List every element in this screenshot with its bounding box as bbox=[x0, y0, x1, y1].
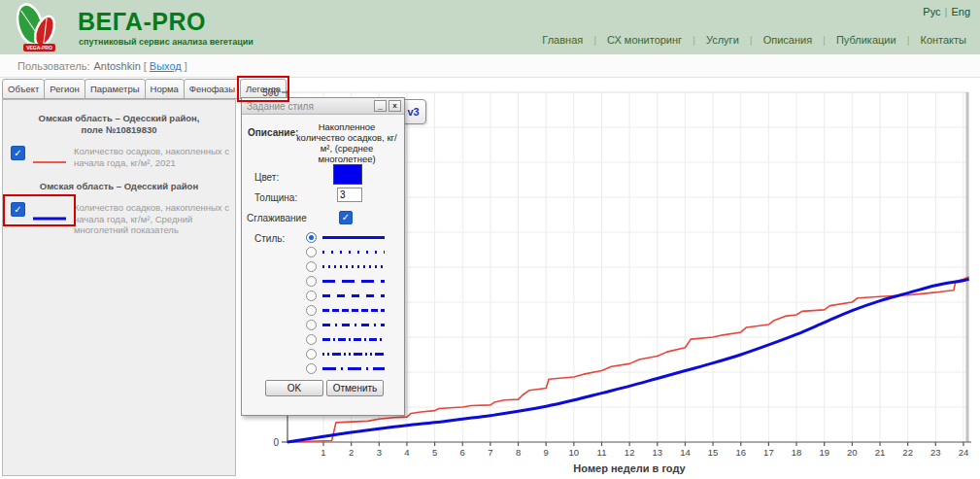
radio[interactable] bbox=[306, 276, 317, 287]
legend-group-title: Омская область – Одесский район bbox=[15, 181, 223, 192]
ok-button[interactable]: OK bbox=[265, 380, 323, 396]
x-axis-title: Номер недели в году bbox=[573, 462, 686, 474]
x-tick-label: 3 bbox=[377, 447, 382, 458]
legend-line-sample bbox=[33, 208, 66, 225]
line-style-option-2[interactable] bbox=[306, 245, 386, 259]
x-tick-label: 18 bbox=[792, 447, 802, 458]
nav-item-2[interactable]: СХ мониторинг bbox=[607, 34, 682, 46]
legend-panel: Омская область – Одесский район,поле №10… bbox=[2, 99, 236, 476]
style-options-list bbox=[306, 230, 386, 376]
y-tick-label: 0 bbox=[273, 437, 279, 448]
line-style-option-6[interactable] bbox=[306, 303, 386, 318]
lang-rus-link[interactable]: Рус bbox=[923, 6, 940, 17]
legend-item-label: Количество осадков, накопленных с начала… bbox=[74, 146, 229, 168]
x-tick-label: 19 bbox=[819, 447, 829, 458]
legend-item: ✓Количество осадков, накопленных с начал… bbox=[11, 146, 229, 169]
cancel-button[interactable]: Отменить bbox=[326, 380, 384, 396]
legend-item-checkbox[interactable]: ✓ bbox=[11, 146, 25, 160]
line-style-option-8[interactable] bbox=[306, 332, 386, 347]
description-label: Описание: bbox=[248, 127, 298, 138]
line-style-option-1[interactable] bbox=[306, 230, 386, 245]
thickness-input[interactable] bbox=[337, 188, 362, 202]
logo-ribbon-label: VEGA-PRO bbox=[26, 45, 52, 51]
app-subtitle: спутниковый сервис анализа вегетации bbox=[79, 37, 253, 47]
legend-item-checkbox[interactable]: ✓ bbox=[11, 202, 25, 217]
user-label: Пользователь: bbox=[17, 60, 89, 72]
tab-фенофазы[interactable]: Фенофазы bbox=[184, 79, 241, 99]
style-label: Стиль: bbox=[254, 233, 285, 244]
radio[interactable] bbox=[306, 320, 317, 330]
nav-item-1[interactable]: Главная bbox=[542, 34, 583, 46]
line-style-option-9[interactable] bbox=[306, 347, 386, 361]
minimize-icon[interactable]: _ bbox=[374, 100, 387, 112]
x-tick-label: 13 bbox=[653, 447, 663, 458]
x-tick-label: 16 bbox=[735, 447, 746, 458]
x-tick-label: 4 bbox=[404, 447, 409, 458]
line-style-option-10[interactable] bbox=[306, 361, 386, 376]
x-tick-label: 10 bbox=[569, 447, 580, 458]
lang-eng-link[interactable]: Eng bbox=[951, 6, 970, 17]
color-label: Цвет: bbox=[254, 172, 279, 183]
x-tick-label: 22 bbox=[902, 447, 913, 458]
x-tick-label: 11 bbox=[597, 447, 607, 458]
close-icon[interactable]: x bbox=[389, 100, 401, 112]
nav-item-3[interactable]: Услуги bbox=[706, 34, 739, 46]
radio[interactable] bbox=[306, 349, 317, 359]
line-style-option-4[interactable] bbox=[306, 274, 386, 289]
legend-item-label: Количество осадков, накопленных с начала… bbox=[74, 202, 229, 236]
main-nav: Главная|СХ мониторинг|Услуги|Описания|Пу… bbox=[542, 34, 966, 46]
thickness-label: Толщина: bbox=[254, 192, 297, 203]
logout-link[interactable]: Выход bbox=[150, 60, 182, 72]
line-style-option-3[interactable] bbox=[306, 259, 386, 274]
app-title: ВЕГА-PRO bbox=[78, 8, 206, 36]
x-tick-label: 20 bbox=[847, 447, 858, 458]
smoothing-checkbox[interactable]: ✓ bbox=[339, 211, 353, 224]
legend-group-title: Омская область – Одесский район,поле №10… bbox=[15, 113, 223, 136]
language-switcher: Рус|Eng bbox=[923, 6, 970, 17]
tab-объект[interactable]: Объект bbox=[2, 79, 45, 99]
dialog-title-bar[interactable]: Задание стиля _ x bbox=[242, 98, 404, 115]
x-tick-label: 2 bbox=[349, 447, 354, 458]
x-tick-label: 6 bbox=[460, 447, 465, 458]
x-tick-label: 14 bbox=[680, 447, 691, 458]
tab-норма[interactable]: Норма bbox=[145, 79, 185, 99]
username: Antoshkin bbox=[93, 60, 140, 72]
tab-регион[interactable]: Регион bbox=[44, 79, 85, 99]
x-tick-label: 24 bbox=[959, 447, 969, 458]
color-swatch[interactable] bbox=[333, 164, 362, 185]
nav-item-5[interactable]: Публикации bbox=[836, 34, 896, 46]
x-tick-label: 23 bbox=[930, 447, 941, 458]
radio[interactable] bbox=[306, 291, 317, 301]
smoothing-label: Сглаживание bbox=[247, 213, 307, 223]
x-tick-label: 9 bbox=[544, 447, 549, 458]
line-style-option-5[interactable] bbox=[306, 289, 386, 303]
x-tick-label: 15 bbox=[708, 447, 719, 458]
radio[interactable] bbox=[306, 261, 317, 272]
tab-параметры[interactable]: Параметры bbox=[84, 79, 146, 99]
vega-pro-app: VEGA-PRO ВЕГА-PRO спутниковый сервис ана… bbox=[0, 0, 980, 479]
x-tick-label: 1 bbox=[321, 447, 325, 458]
x-tick-label: 7 bbox=[488, 447, 492, 458]
nav-item-4[interactable]: Описания bbox=[763, 34, 812, 46]
legend-line-sample bbox=[33, 152, 66, 169]
x-tick-label: 21 bbox=[875, 447, 886, 458]
x-tick-label: 5 bbox=[432, 447, 437, 458]
radio[interactable] bbox=[306, 334, 317, 345]
style-dialog: Задание стиля _ x Описание: Накопленное … bbox=[241, 97, 405, 416]
dialog-title: Задание стиля bbox=[247, 101, 314, 112]
legend-item: ✓Количество осадков, накопленных с начал… bbox=[11, 202, 229, 236]
header: VEGA-PRO ВЕГА-PRO спутниковый сервис ана… bbox=[0, 0, 980, 54]
description-value: Накопленное количество осадков, кг/м², (… bbox=[294, 121, 399, 164]
x-tick-label: 12 bbox=[625, 447, 635, 458]
x-tick-label: 17 bbox=[763, 447, 774, 458]
radio[interactable] bbox=[306, 305, 317, 316]
radio-selected[interactable] bbox=[306, 232, 317, 243]
radio[interactable] bbox=[306, 363, 317, 374]
x-tick-label: 8 bbox=[516, 447, 521, 458]
radio[interactable] bbox=[306, 247, 317, 257]
vega-logo: VEGA-PRO bbox=[8, 1, 66, 54]
user-bar: Пользователь: Antoshkin [ Выход ] bbox=[0, 54, 980, 78]
nav-item-6[interactable]: Контакты bbox=[920, 34, 966, 46]
line-style-option-7[interactable] bbox=[306, 318, 386, 332]
